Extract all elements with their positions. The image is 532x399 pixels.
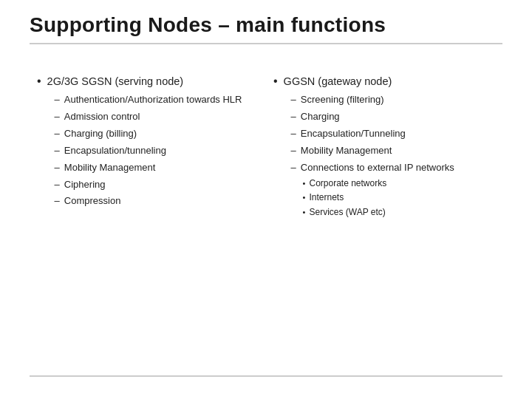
right-sub-list: –Screening (filtering)–Charging–Encapsul…	[291, 93, 454, 221]
left-sub-label: Compression	[64, 194, 121, 208]
sub-sub-item: •Services (WAP etc)	[303, 206, 387, 219]
right-sub-item: –Mobility Management	[291, 144, 454, 158]
sub-sub-label: Internets	[309, 191, 344, 204]
sub-dash-icon: –	[291, 93, 296, 107]
sub-dash-icon: –	[291, 110, 296, 124]
title-area: Supporting Nodes – main functions	[30, 0, 502, 52]
sub-dash-icon: –	[55, 161, 60, 175]
right-sub-label: Connections to external IP networks	[301, 161, 454, 175]
sub-sub-dot-icon: •	[303, 192, 306, 203]
title-divider	[30, 43, 502, 44]
left-sub-label: Ciphering	[64, 178, 106, 192]
left-sub-item: –Admission control	[55, 110, 242, 124]
sub-dash-icon: –	[291, 161, 296, 175]
sub-sub-list: •Corporate networks•Internets•Services (…	[303, 177, 387, 221]
sub-dash-icon: –	[55, 93, 60, 107]
right-sub-item: –Connections to external IP networks•Cor…	[291, 161, 454, 221]
right-sub-item: –Charging	[291, 110, 454, 124]
right-main-bullet: • GGSN (gateway node) –Screening (filter…	[273, 74, 495, 224]
sub-dash-icon: –	[291, 144, 296, 158]
left-main-bullet: • 2G/3G SGSN (serving node) –Authenticat…	[37, 74, 259, 211]
sub-dash-icon: –	[55, 194, 60, 208]
slide-title: Supporting Nodes – main functions	[30, 13, 502, 37]
right-sub-label: Mobility Management	[301, 144, 392, 158]
left-sub-item: –Ciphering	[55, 178, 242, 192]
left-sub-label: Authentication/Authorization towards HLR	[64, 93, 242, 107]
left-sub-list: –Authentication/Authorization towards HL…	[55, 93, 242, 208]
bottom-divider	[30, 375, 502, 377]
left-sub-item: –Charging (billing)	[55, 127, 242, 141]
right-sub-item: –Screening (filtering)	[291, 93, 454, 107]
sub-dash-icon: –	[55, 110, 60, 124]
left-sub-label: Mobility Management	[64, 161, 156, 175]
right-main-label: GGSN (gateway node)	[284, 75, 392, 87]
left-sub-label: Encapsulation/tunneling	[64, 144, 166, 158]
right-sub-label: Screening (filtering)	[301, 93, 384, 107]
sub-dash-icon: –	[55, 127, 60, 141]
left-sub-item: –Authentication/Authorization towards HL…	[55, 93, 242, 107]
sub-sub-dot-icon: •	[303, 207, 306, 218]
sub-dash-icon: –	[291, 127, 296, 141]
left-sub-label: Charging (billing)	[64, 127, 137, 141]
right-sub-label: Encapsulation/Tunneling	[301, 127, 406, 141]
slide: Supporting Nodes – main functions • 2G/3…	[0, 0, 532, 399]
right-bullet-dot: •	[273, 74, 278, 89]
sub-sub-label: Services (WAP etc)	[309, 206, 385, 219]
left-sub-item: –Compression	[55, 194, 242, 208]
right-sub-item: –Encapsulation/Tunneling	[291, 127, 454, 141]
left-sub-item: –Encapsulation/tunneling	[55, 144, 242, 158]
right-sub-label: Charging	[301, 110, 340, 124]
right-column: • GGSN (gateway node) –Screening (filter…	[273, 74, 495, 231]
sub-dash-icon: –	[55, 178, 60, 192]
left-sub-item: –Mobility Management	[55, 161, 242, 175]
sub-sub-item: •Internets	[303, 191, 387, 204]
sub-sub-item: •Corporate networks	[303, 177, 387, 190]
content-area: • 2G/3G SGSN (serving node) –Authenticat…	[30, 52, 502, 231]
left-sub-label: Admission control	[64, 110, 140, 124]
sub-sub-dot-icon: •	[303, 178, 306, 189]
left-column: • 2G/3G SGSN (serving node) –Authenticat…	[37, 74, 259, 231]
left-bullet-dot: •	[37, 74, 41, 89]
left-main-label: 2G/3G SGSN (serving node)	[47, 75, 184, 87]
sub-dash-icon: –	[55, 144, 60, 158]
sub-sub-label: Corporate networks	[309, 177, 386, 190]
